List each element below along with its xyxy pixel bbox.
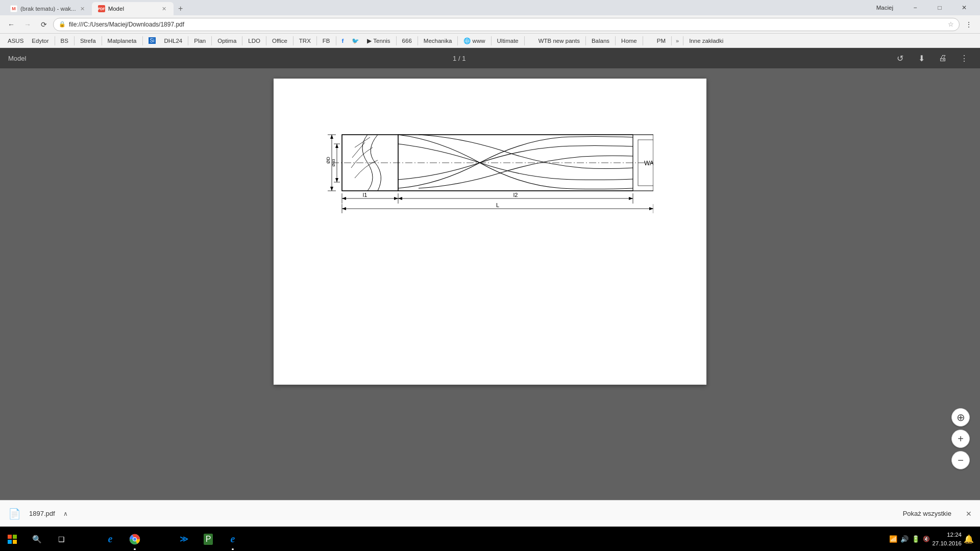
pdf-more-button[interactable]: ⋮ xyxy=(957,51,972,66)
bm-pm[interactable]: PM xyxy=(653,35,669,46)
refresh-button[interactable]: ⟳ xyxy=(37,17,51,32)
bm-strefa-label: Strefa xyxy=(80,38,96,44)
bm-twitter[interactable]: 🐦 xyxy=(348,35,362,46)
taskbar: 🔍 ❑ 🗂 e xyxy=(0,527,980,551)
bm-asus-label: ASUS xyxy=(8,38,23,44)
app-active-indicator xyxy=(134,548,136,550)
download-filename: 1897.pdf xyxy=(29,510,55,517)
bm-tennis[interactable]: ▶ Tennis xyxy=(363,35,394,46)
taskbar-app-steam[interactable]: ♟ xyxy=(147,527,172,552)
bm-sep-4 xyxy=(142,36,143,45)
pdf-download-button[interactable]: ⬇ xyxy=(914,51,929,66)
pdf-print-button[interactable]: 🖨 xyxy=(935,51,950,66)
start-button[interactable] xyxy=(0,527,24,552)
bm-bs[interactable]: BS xyxy=(57,35,72,46)
svg-marker-22 xyxy=(330,187,333,191)
zoom-in-button[interactable]: + xyxy=(951,430,970,448)
bm-office-label: Office xyxy=(272,38,287,44)
bm-twitter-icon: 🐦 xyxy=(352,37,359,44)
bm-matplaneta[interactable]: Matplaneta xyxy=(104,35,140,46)
taskbar-app-project[interactable]: P xyxy=(196,527,220,552)
pdf-viewer-area: l1 l2 L xyxy=(0,68,980,500)
pdf-toolbar-right: ↺ ⬇ 🖨 ⋮ xyxy=(892,51,972,66)
network-icon: 📶 xyxy=(889,535,897,543)
wako-brand-label: WAKO xyxy=(644,160,653,167)
l1-label: l1 xyxy=(363,192,368,198)
bm-home[interactable]: Home xyxy=(618,35,641,46)
profile-button[interactable]: Maciej xyxy=(872,4,897,12)
app-active-indicator-edge xyxy=(232,548,234,550)
taskbar-app-explorer[interactable]: 🗂 xyxy=(74,527,98,552)
taskbar-app-chrome[interactable] xyxy=(122,527,147,552)
bm-plan[interactable]: Plan xyxy=(190,35,209,46)
taskbar-app-edge[interactable]: e xyxy=(220,527,245,552)
svg-marker-11 xyxy=(398,197,402,200)
bm-ldo[interactable]: LDO xyxy=(244,35,264,46)
bm-asus[interactable]: ASUS xyxy=(4,35,27,46)
bm-apple1[interactable] xyxy=(527,35,534,46)
tab-gmail-close[interactable]: ✕ xyxy=(79,5,86,13)
zoom-controls: ⊕ + − xyxy=(951,408,970,469)
bm-edytor-label: Edytor xyxy=(32,38,48,44)
show-all-downloads-button[interactable]: Pokaż wszystkie xyxy=(903,510,951,517)
lock-icon: 🔒 xyxy=(59,21,66,28)
bookmark-star-icon[interactable]: ☆ xyxy=(948,20,954,28)
bm-apple2[interactable] xyxy=(645,35,652,46)
bm-666[interactable]: 666 xyxy=(399,35,415,46)
forward-button[interactable]: → xyxy=(20,17,35,32)
pdf-refresh-button[interactable]: ↺ xyxy=(892,51,908,66)
bm-sep-10 xyxy=(316,36,317,45)
titlebar: M (brak tematu) - wak... ✕ PDF Model ✕ +… xyxy=(0,0,980,15)
bm-facebook-icon[interactable]: f xyxy=(338,35,348,46)
bm-more-button[interactable]: » xyxy=(674,38,681,44)
bm-mechanika[interactable]: Mechanika xyxy=(420,35,456,46)
bm-wtb[interactable]: WTB new pants xyxy=(535,35,583,46)
svg-marker-16 xyxy=(342,207,346,210)
bm-edytor[interactable]: Edytor xyxy=(28,35,52,46)
tab-pdf-close[interactable]: ✕ xyxy=(161,5,167,13)
close-button[interactable]: ✕ xyxy=(952,0,976,15)
minimize-button[interactable]: − xyxy=(903,0,927,15)
page-info: 1 / 1 xyxy=(453,55,465,62)
svg-marker-17 xyxy=(649,207,653,210)
tab-gmail[interactable]: M (brak tematu) - wak... ✕ xyxy=(4,2,92,15)
bm-trx[interactable]: TRX xyxy=(296,35,314,46)
bm-balans[interactable]: Balans xyxy=(588,35,613,46)
bm-mechanika-label: Mechanika xyxy=(424,38,452,44)
bm-office[interactable]: Office xyxy=(268,35,291,46)
download-chevron-icon[interactable]: ∧ xyxy=(63,510,68,517)
zoom-fit-button[interactable]: ⊕ xyxy=(951,408,970,427)
zoom-out-button[interactable]: − xyxy=(951,451,970,469)
navbar: ← → ⟳ 🔒 file:///C:/Users/Maciej/Download… xyxy=(0,15,980,34)
drill-drawing-svg: l1 l2 L xyxy=(327,109,653,221)
bm-si[interactable]: Si xyxy=(145,35,160,46)
notification-button[interactable]: 🔔 xyxy=(964,534,974,544)
bm-dhl24[interactable]: DHL24 xyxy=(160,35,186,46)
address-bar[interactable]: 🔒 file:///C:/Users/Maciej/Downloads/1897… xyxy=(53,18,960,31)
nav-right-buttons: ⋮ xyxy=(962,17,976,32)
task-view-button[interactable]: ❑ xyxy=(49,527,74,552)
download-bar-close-button[interactable]: ✕ xyxy=(966,510,972,518)
taskbar-app-azuredevops[interactable]: ≫ xyxy=(172,527,196,552)
taskbar-app-ie[interactable]: e xyxy=(98,527,122,552)
maximize-button[interactable]: □ xyxy=(928,0,951,15)
svg-marker-12 xyxy=(629,197,633,200)
mute-icon: 🔇 xyxy=(923,536,930,542)
bm-fb[interactable]: FB xyxy=(319,35,334,46)
search-button[interactable]: 🔍 xyxy=(24,527,49,552)
bm-optima[interactable]: Optima xyxy=(214,35,240,46)
bm-www[interactable]: 🌐 www xyxy=(460,35,488,46)
bm-sep-14 xyxy=(457,36,458,45)
new-tab-button[interactable]: + xyxy=(174,2,188,15)
bm-inne[interactable]: Inne zakładki xyxy=(685,35,727,46)
tab-pdf[interactable]: PDF Model ✕ xyxy=(92,2,174,15)
system-clock[interactable]: 12:24 27.10.2016 xyxy=(932,531,962,547)
bm-ultimate[interactable]: Ultimate xyxy=(494,35,522,46)
pdf-title-label: Model xyxy=(8,55,26,62)
taskbar-center xyxy=(245,527,883,551)
extensions-button[interactable]: ⋮ xyxy=(962,17,976,32)
svg-marker-8 xyxy=(394,197,398,200)
pdf-toolbar-left: Model xyxy=(8,55,26,62)
bm-strefa[interactable]: Strefa xyxy=(77,35,100,46)
back-button[interactable]: ← xyxy=(4,17,18,32)
